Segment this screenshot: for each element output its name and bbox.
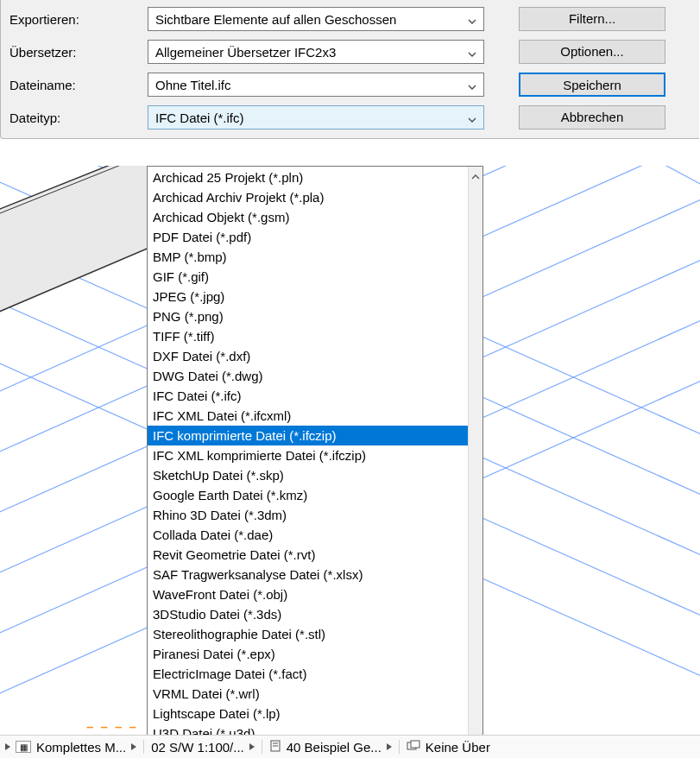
export-dropdown[interactable]: Sichtbare Elemente auf allen Geschossen (148, 7, 484, 31)
translator-dropdown[interactable]: Allgemeiner Übersetzer IFC2x3 (148, 40, 484, 64)
filetype-value: IFC Datei (*.ifc) (155, 111, 244, 125)
filetype-option[interactable]: IFC XML komprimierte Datei (*.ifczip) (148, 445, 468, 465)
svg-rect-21 (411, 741, 419, 748)
filetype-option[interactable]: IFC Datei (*.ifc) (148, 386, 468, 406)
filename-value: Ohne Titel.ifc (155, 78, 231, 92)
filetype-option[interactable]: GIF (*.gif) (148, 267, 468, 287)
filename-label: Dateiname: (9, 78, 148, 92)
filetype-option[interactable]: Revit Geometrie Datei (*.rvt) (148, 545, 468, 565)
scroll-up-icon[interactable] (471, 168, 480, 183)
filetype-option[interactable]: IFC XML Datei (*.ifcxml) (148, 406, 468, 426)
filetype-option[interactable]: ElectricImage Datei (*.fact) (148, 664, 468, 684)
dropdown-scrollbar[interactable] (468, 167, 482, 758)
options-button[interactable]: Optionen... (519, 40, 665, 64)
filetype-option[interactable]: BMP (*.bmp) (148, 247, 468, 267)
filetype-option[interactable]: Stereolithographie Datei (*.stl) (148, 624, 468, 644)
export-value: Sichtbare Elemente auf allen Geschossen (155, 12, 396, 27)
chevron-down-icon (468, 111, 476, 125)
filetype-dropdown[interactable]: IFC Datei (*.ifc) (148, 105, 484, 129)
filetype-option[interactable]: Google Earth Datei (*.kmz) (148, 485, 468, 505)
export-label: Exportieren: (9, 12, 148, 27)
filetype-label: Dateityp: (9, 111, 148, 125)
filetype-dropdown-list[interactable]: Archicad 25 Projekt (*.pln)Archicad Arch… (147, 166, 483, 758)
filetype-option[interactable]: PNG (*.png) (148, 306, 468, 326)
filter-button[interactable]: Filtern... (519, 7, 665, 31)
filetype-option[interactable]: DXF Datei (*.dxf) (148, 346, 468, 366)
filetype-option[interactable]: VRML Datei (*.wrl) (148, 684, 468, 704)
override-icon (407, 740, 420, 755)
filetype-option[interactable]: Lightscape Datei (*.lp) (148, 704, 468, 723)
chevron-down-icon (468, 12, 476, 27)
expand-icon[interactable] (5, 743, 10, 750)
filename-input[interactable]: Ohne Titel.ifc (148, 73, 484, 97)
filetype-option[interactable]: Archicad Objekt (*.gsm) (148, 207, 468, 227)
filetype-option[interactable]: Archicad 25 Projekt (*.pln) (148, 167, 468, 187)
separator (143, 740, 144, 754)
chevron-down-icon (468, 78, 476, 92)
page-icon (269, 740, 281, 755)
filetype-option[interactable]: TIFF (*.tiff) (148, 326, 468, 346)
separator (262, 740, 262, 754)
filetype-option[interactable]: Collada Datei (*.dae) (148, 525, 468, 545)
filetype-option[interactable]: SketchUp Datei (*.skp) (148, 465, 468, 485)
translator-value: Allgemeiner Übersetzer IFC2x3 (155, 45, 336, 60)
expand-icon[interactable] (249, 743, 255, 750)
filetype-option[interactable]: DWG Datei (*.dwg) (148, 366, 468, 386)
filetype-option[interactable]: Rhino 3D Datei (*.3dm) (148, 505, 468, 525)
expand-icon[interactable] (387, 743, 392, 750)
filetype-option[interactable]: Piranesi Datei (*.epx) (148, 644, 468, 664)
movie-icon[interactable]: ▦ (16, 741, 31, 753)
filetype-option[interactable]: 3DStudio Datei (*.3ds) (148, 604, 468, 624)
status-tab-4[interactable]: Keine Über (426, 740, 490, 755)
filetype-option[interactable]: IFC komprimierte Datei (*.ifczip) (148, 426, 468, 445)
filetype-items: Archicad 25 Projekt (*.pln)Archicad Arch… (148, 167, 468, 758)
save-button[interactable]: Speichern (519, 73, 665, 97)
loading-indicator: – – – – (86, 719, 138, 734)
cancel-button[interactable]: Abbrechen (519, 105, 665, 129)
expand-icon[interactable] (131, 743, 136, 750)
status-tab-3[interactable]: 40 Beispiel Ge... (287, 740, 382, 755)
filetype-option[interactable]: JPEG (*.jpg) (148, 287, 468, 306)
save-dialog-panel: Exportieren: Sichtbare Elemente auf alle… (0, 0, 699, 139)
status-tab-1[interactable]: Komplettes M... (36, 740, 126, 755)
status-tab-2[interactable]: 02 S/W 1:100/... (151, 740, 244, 755)
filetype-option[interactable]: PDF Datei (*.pdf) (148, 227, 468, 247)
separator (399, 740, 400, 754)
status-bar: ▦ Komplettes M... 02 S/W 1:100/... 40 Be… (0, 735, 700, 758)
chevron-down-icon (468, 45, 476, 60)
filetype-option[interactable]: WaveFront Datei (*.obj) (148, 584, 468, 604)
filetype-option[interactable]: SAF Tragwerksanalyse Datei (*.xlsx) (148, 565, 468, 584)
translator-label: Übersetzer: (9, 45, 148, 60)
filetype-option[interactable]: Archicad Archiv Projekt (*.pla) (148, 187, 468, 207)
